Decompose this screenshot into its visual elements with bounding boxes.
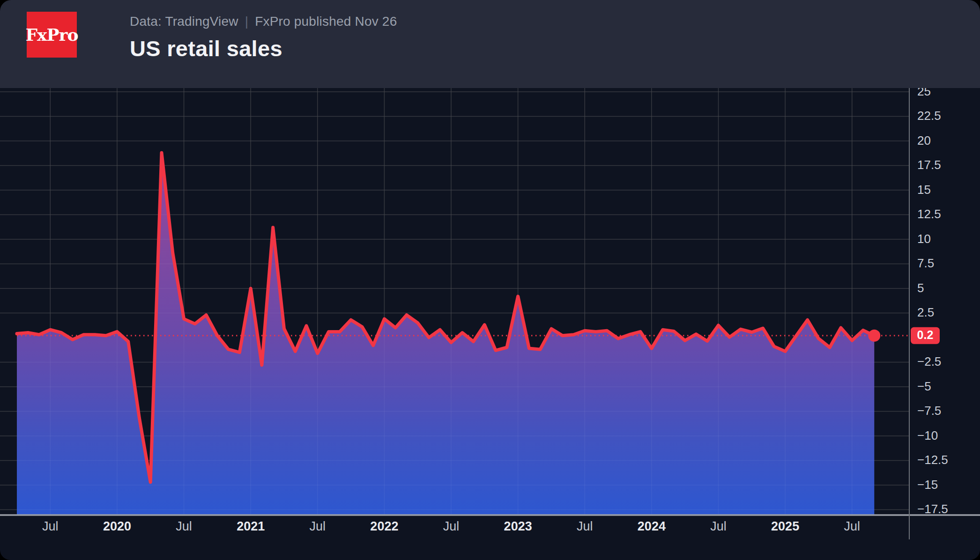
x-axis-label: Jul — [443, 519, 460, 533]
separator: | — [245, 14, 248, 29]
x-axis-label: 2025 — [771, 519, 799, 533]
x-axis-label: Jul — [42, 519, 59, 533]
y-axis-label: −7.5 — [917, 404, 941, 418]
x-axis-label: 2021 — [237, 519, 265, 533]
y-axis-label: −5 — [917, 379, 931, 393]
x-axis-label: Jul — [310, 519, 326, 533]
y-axis-label: 5 — [917, 281, 924, 295]
x-axis-label: 2024 — [638, 519, 666, 533]
x-axis-label: 2020 — [103, 519, 131, 533]
x-axis-label: Jul — [176, 519, 192, 533]
x-axis-label: Jul — [577, 519, 593, 533]
data-source-line: Data: TradingView|FxPro published Nov 26 — [130, 14, 397, 29]
header: FxPro Data: TradingView|FxPro published … — [0, 0, 980, 88]
last-value-badge-text: 0.2 — [917, 328, 934, 341]
y-axis-label: 22.5 — [917, 109, 941, 123]
y-axis-label: 7.5 — [917, 256, 934, 270]
x-axis-label: 2023 — [504, 519, 532, 533]
last-point-marker — [868, 330, 880, 342]
y-axis-label: −2.5 — [917, 354, 941, 368]
y-axis-label: −17.5 — [917, 502, 948, 516]
header-titles: Data: TradingView|FxPro published Nov 26… — [130, 14, 397, 61]
y-axis-label: 10 — [917, 232, 931, 246]
y-axis-label: −12.5 — [917, 453, 948, 467]
y-axis-label: 20 — [917, 133, 931, 147]
y-axis-label: 12.5 — [917, 207, 941, 221]
fxpro-logo-text: FxPro — [25, 25, 78, 44]
published-text: FxPro published Nov 26 — [255, 14, 397, 29]
fxpro-logo: FxPro — [27, 12, 77, 58]
y-axis-label: −10 — [917, 428, 938, 442]
y-axis-label: 2.5 — [917, 305, 934, 319]
page-title: US retail sales — [130, 36, 397, 61]
data-source-text: Data: TradingView — [130, 14, 238, 29]
y-axis-label: 15 — [917, 183, 931, 197]
y-axis-label: 17.5 — [917, 158, 941, 172]
y-axis-label: −15 — [917, 478, 938, 492]
x-axis-label: Jul — [710, 519, 727, 533]
x-axis-label: 2022 — [370, 519, 398, 533]
x-axis-label: Jul — [844, 519, 860, 533]
